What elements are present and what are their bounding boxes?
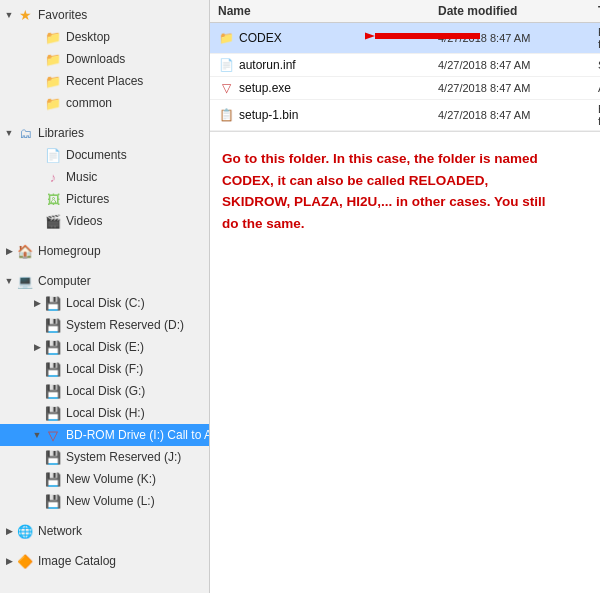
pictures-icon: 🖼 xyxy=(45,191,61,207)
codex-date: 4/27/2018 8:47 AM xyxy=(438,32,598,44)
videos-icon: 🎬 xyxy=(45,213,61,229)
recent-icon: 📁 xyxy=(45,73,61,89)
computer-label: Computer xyxy=(38,274,91,288)
network-icon: 🌐 xyxy=(17,523,33,539)
computer-icon: 💻 xyxy=(17,273,33,289)
disk-f-icon: 💾 xyxy=(45,361,61,377)
network-section: ▶ 🌐 Network xyxy=(0,520,209,542)
autorun-date: 4/27/2018 8:47 AM xyxy=(438,59,598,71)
computer-section: ▼ 💻 Computer ▶ 💾 Local Disk (C:) 💾 Syste… xyxy=(0,270,209,512)
setup-date: 4/27/2018 8:47 AM xyxy=(438,82,598,94)
image-catalog-header[interactable]: ▶ 🔶 Image Catalog xyxy=(0,550,209,572)
computer-header[interactable]: ▼ 💻 Computer xyxy=(0,270,209,292)
sidebar-item-downloads[interactable]: 📁 Downloads xyxy=(0,48,209,70)
favorites-icon: ★ xyxy=(17,7,33,23)
downloads-icon: 📁 xyxy=(45,51,61,67)
codex-name: 📁 CODEX xyxy=(218,30,438,46)
homegroup-label: Homegroup xyxy=(38,244,101,258)
file-row-autorun[interactable]: 📄 autorun.inf 4/27/2018 8:47 AM Setup xyxy=(210,54,600,77)
common-icon: 📁 xyxy=(45,95,61,111)
col-name-header[interactable]: Name xyxy=(218,4,438,18)
sidebar-item-local-e[interactable]: ▶ 💾 Local Disk (E:) xyxy=(0,336,209,358)
homegroup-header[interactable]: ▶ 🏠 Homegroup xyxy=(0,240,209,262)
image-catalog-icon: 🔶 xyxy=(17,553,33,569)
image-catalog-label: Image Catalog xyxy=(38,554,116,568)
favorites-header[interactable]: ▼ ★ Favorites xyxy=(0,4,209,26)
music-icon: ♪ xyxy=(45,169,61,185)
bin-name: 📋 setup-1.bin xyxy=(218,107,438,123)
sidebar-item-bdrom[interactable]: ▼ ▽ BD-ROM Drive (I:) Call to Arms xyxy=(0,424,209,446)
libraries-icon: 🗂 xyxy=(17,125,33,141)
image-catalog-section: ▶ 🔶 Image Catalog xyxy=(0,550,209,572)
libraries-chevron: ▼ xyxy=(4,128,14,138)
file-row-setup[interactable]: ▽ setup.exe 4/27/2018 8:47 AM Appl xyxy=(210,77,600,100)
disk-l-icon: 💾 xyxy=(45,493,61,509)
setup-icon: ▽ xyxy=(218,80,234,96)
sidebar-item-videos[interactable]: 🎬 Videos xyxy=(0,210,209,232)
sidebar-item-local-f[interactable]: 💾 Local Disk (F:) xyxy=(0,358,209,380)
documents-icon: 📄 xyxy=(45,147,61,163)
sidebar-item-documents[interactable]: 📄 Documents xyxy=(0,144,209,166)
image-catalog-chevron: ▶ xyxy=(4,556,14,566)
favorites-label: Favorites xyxy=(38,8,87,22)
homegroup-icon: 🏠 xyxy=(17,243,33,259)
desktop-icon: 📁 xyxy=(45,29,61,45)
libraries-section: ▼ 🗂 Libraries 📄 Documents ♪ Music 🖼 Pict… xyxy=(0,122,209,232)
sidebar-item-new-k[interactable]: 💾 New Volume (K:) xyxy=(0,468,209,490)
bdrom-icon: ▽ xyxy=(45,427,61,443)
sidebar-item-local-c[interactable]: ▶ 💾 Local Disk (C:) xyxy=(0,292,209,314)
libraries-label: Libraries xyxy=(38,126,84,140)
codex-folder-icon: 📁 xyxy=(218,30,234,46)
sidebar-item-new-l[interactable]: 💾 New Volume (L:) xyxy=(0,490,209,512)
file-list: 📁 CODEX 4/27/2018 8:47 AM File f 📄 autor… xyxy=(210,23,600,132)
col-date-header[interactable]: Date modified xyxy=(438,4,598,18)
disk-k-icon: 💾 xyxy=(45,471,61,487)
sidebar-item-local-g[interactable]: 💾 Local Disk (G:) xyxy=(0,380,209,402)
network-label: Network xyxy=(38,524,82,538)
sidebar-item-local-h[interactable]: 💾 Local Disk (H:) xyxy=(0,402,209,424)
sidebar-item-common[interactable]: 📁 common xyxy=(0,92,209,114)
disk-d-icon: 💾 xyxy=(45,317,61,333)
file-table-header: Name Date modified Type xyxy=(210,0,600,23)
disk-e-icon: 💾 xyxy=(45,339,61,355)
bin-icon: 📋 xyxy=(218,107,234,123)
sidebar-item-system-j[interactable]: 💾 System Reserved (J:) xyxy=(0,446,209,468)
network-chevron: ▶ xyxy=(4,526,14,536)
sidebar-item-recent[interactable]: 📁 Recent Places xyxy=(0,70,209,92)
main-panel: Name Date modified Type 📁 CODEX 4/27/201… xyxy=(210,0,600,593)
libraries-header[interactable]: ▼ 🗂 Libraries xyxy=(0,122,209,144)
disk-j-icon: 💾 xyxy=(45,449,61,465)
network-header[interactable]: ▶ 🌐 Network xyxy=(0,520,209,542)
bin-date: 4/27/2018 8:47 AM xyxy=(438,109,598,121)
file-row-codex[interactable]: 📁 CODEX 4/27/2018 8:47 AM File f xyxy=(210,23,600,54)
autorun-icon: 📄 xyxy=(218,57,234,73)
instruction-text: Go to this folder. In this case, the fol… xyxy=(210,132,570,250)
sidebar-item-system-d[interactable]: 💾 System Reserved (D:) xyxy=(0,314,209,336)
sidebar-item-music[interactable]: ♪ Music xyxy=(0,166,209,188)
setup-name: ▽ setup.exe xyxy=(218,80,438,96)
autorun-name: 📄 autorun.inf xyxy=(218,57,438,73)
favorites-section: ▼ ★ Favorites 📁 Desktop 📁 Downloads 📁 Re… xyxy=(0,4,209,114)
file-row-bin[interactable]: 📋 setup-1.bin 4/27/2018 8:47 AM BIN f xyxy=(210,100,600,131)
computer-chevron: ▼ xyxy=(4,276,14,286)
disk-g-icon: 💾 xyxy=(45,383,61,399)
homegroup-chevron: ▶ xyxy=(4,246,14,256)
sidebar-item-desktop[interactable]: 📁 Desktop xyxy=(0,26,209,48)
favorites-chevron: ▼ xyxy=(4,10,14,20)
sidebar-item-pictures[interactable]: 🖼 Pictures xyxy=(0,188,209,210)
disk-h-icon: 💾 xyxy=(45,405,61,421)
disk-c-icon: 💾 xyxy=(45,295,61,311)
sidebar: ▼ ★ Favorites 📁 Desktop 📁 Downloads 📁 Re… xyxy=(0,0,210,593)
homegroup-section: ▶ 🏠 Homegroup xyxy=(0,240,209,262)
